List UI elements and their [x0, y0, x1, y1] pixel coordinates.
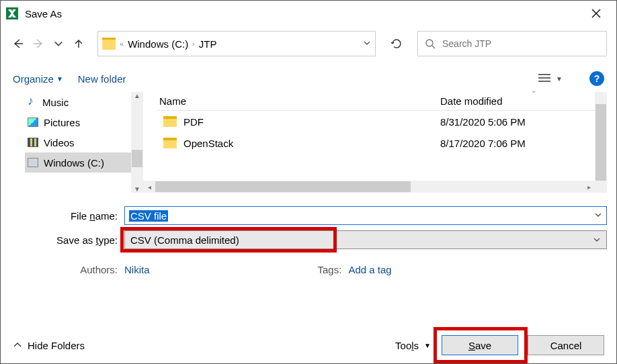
folder-icon: [163, 138, 177, 148]
type-value: CSV (Comma delimited): [130, 234, 239, 246]
breadcrumb-folder[interactable]: JTP: [199, 38, 217, 50]
search-placeholder: Search JTP: [442, 38, 491, 49]
drive-icon: [28, 158, 38, 167]
folder-icon: [102, 38, 116, 50]
scrollbar-thumb[interactable]: [132, 150, 142, 167]
back-button[interactable]: [10, 36, 26, 52]
scroll-left-icon: ◂: [143, 183, 155, 191]
cancel-button[interactable]: Cancel: [528, 335, 604, 355]
search-input[interactable]: Search JTP: [417, 31, 607, 56]
save-as-type-select[interactable]: CSV (Comma delimited): [124, 230, 607, 249]
sidebar-scrollbar[interactable]: ▲ ▼: [131, 92, 143, 193]
chevron-down-icon: [593, 234, 601, 246]
search-icon: [425, 38, 436, 49]
file-list: ⌄ Name Date modified PDF 8/31/2020 5:06 …: [143, 92, 607, 193]
sidebar-item-videos[interactable]: Videos: [25, 132, 143, 152]
sidebar-item-music[interactable]: ♪Music: [25, 92, 143, 112]
close-icon: [591, 9, 601, 18]
organize-menu[interactable]: Organize▼: [13, 73, 63, 85]
filename-label: File name:: [10, 210, 124, 222]
address-dropdown[interactable]: [363, 38, 371, 49]
breadcrumb-overflow[interactable]: «: [120, 40, 124, 48]
tools-menu[interactable]: Tools▼: [395, 340, 431, 351]
chevron-up-icon: [13, 340, 22, 350]
folder-icon: [163, 116, 177, 127]
filename-dropdown[interactable]: [594, 210, 602, 221]
filename-input[interactable]: CSV file: [124, 206, 607, 225]
help-button[interactable]: ?: [589, 71, 604, 86]
view-options[interactable]: ▼: [538, 74, 563, 83]
forward-button[interactable]: [30, 36, 46, 52]
titlebar: Save As: [1, 1, 616, 26]
up-button[interactable]: [71, 36, 87, 52]
sidebar-item-drive-c[interactable]: Windows (C:): [25, 152, 143, 173]
nav-row: « Windows (C:) › JTP Search JTP: [1, 29, 616, 58]
toolbar: Organize▼ New folder ▼ ?: [1, 65, 616, 92]
column-name[interactable]: Name: [158, 95, 440, 107]
chevron-down-icon: ▼: [424, 342, 431, 349]
music-icon: ♪: [28, 96, 37, 108]
svg-line-3: [432, 46, 435, 48]
tags-value[interactable]: Add a tag: [348, 264, 391, 275]
pictures-icon: [28, 118, 38, 127]
sidebar-item-pictures[interactable]: Pictures: [25, 112, 143, 132]
authors-value[interactable]: Nikita: [124, 264, 150, 275]
column-headers: ⌄ Name Date modified: [158, 92, 607, 111]
svg-point-2: [426, 40, 433, 46]
chevron-right-icon: ›: [192, 40, 195, 48]
scroll-down-icon: ▼: [134, 185, 140, 193]
close-button[interactable]: [581, 3, 611, 24]
column-date[interactable]: Date modified: [440, 95, 607, 107]
chevron-down-icon: ▼: [56, 75, 63, 83]
scrollbar-thumb[interactable]: [155, 181, 411, 192]
tags-label: Tags:: [318, 264, 349, 275]
scroll-right-icon: ▸: [583, 183, 595, 191]
history-dropdown[interactable]: [50, 36, 67, 52]
new-folder-button[interactable]: New folder: [78, 73, 126, 85]
sort-indicator-icon: ⌄: [526, 87, 541, 94]
window-title: Save As: [25, 8, 62, 19]
horizontal-scrollbar[interactable]: ◂ ▸: [143, 181, 595, 193]
sidebar: ♪Music Pictures Videos Windows (C:) ▲ ▼: [10, 92, 143, 193]
scrollbar-thumb[interactable]: [595, 104, 606, 181]
view-icon: [538, 74, 550, 83]
file-row[interactable]: PDF 8/31/2020 5:06 PM: [158, 111, 607, 132]
bottom-bar: Hide Folders Tools▼ Save Cancel: [1, 327, 616, 363]
file-row[interactable]: OpenStack 8/17/2020 7:06 PM: [158, 132, 607, 154]
save-button[interactable]: Save: [442, 335, 518, 355]
type-label: Save as type:: [10, 234, 124, 246]
refresh-button[interactable]: [384, 31, 409, 56]
hide-folders-button[interactable]: Hide Folders: [13, 340, 85, 351]
vertical-scrollbar[interactable]: [595, 92, 607, 193]
chevron-down-icon: ▼: [556, 75, 563, 83]
excel-icon: [6, 7, 18, 19]
breadcrumb-drive[interactable]: Windows (C:): [128, 38, 188, 50]
videos-icon: [28, 138, 38, 147]
scroll-up-icon: ▲: [134, 92, 140, 99]
form-area: File name: CSV file Save as type: CSV (C…: [1, 193, 616, 281]
main-area: ♪Music Pictures Videos Windows (C:) ▲ ▼ …: [1, 92, 616, 193]
filename-value: CSV file: [129, 210, 168, 222]
address-bar[interactable]: « Windows (C:) › JTP: [97, 31, 376, 56]
authors-label: Authors:: [10, 264, 124, 275]
